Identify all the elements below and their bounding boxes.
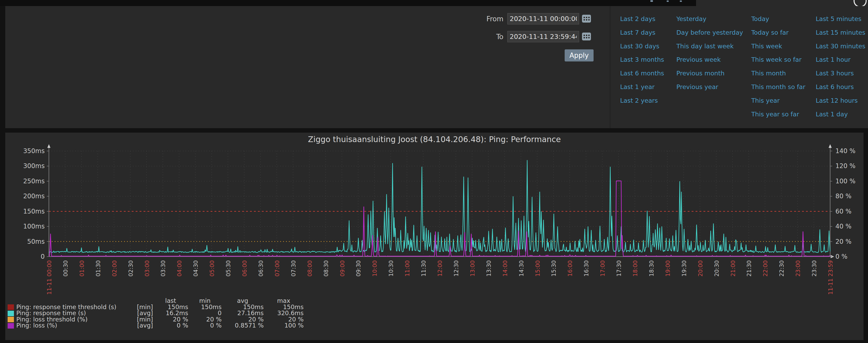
- series-max: 150ms: [264, 304, 304, 310]
- quicklink-this-year-so-far[interactable]: This year so far: [751, 110, 799, 118]
- x-axis-label: 22:00: [762, 260, 769, 277]
- x-axis-label: 19:00: [664, 260, 671, 277]
- series-function: [avg]: [133, 310, 153, 316]
- from-input[interactable]: [507, 13, 579, 25]
- quicklink-this-day-last-week[interactable]: This day last week: [676, 42, 734, 50]
- quicklink-last-6-months[interactable]: Last 6 months: [620, 70, 664, 77]
- legend-header-avg: avg: [222, 298, 264, 304]
- graph-legend: last min avg max Ping: response time thr…: [8, 298, 304, 329]
- y-axis-right-label: 120 %: [835, 162, 856, 170]
- quicklink-this-week[interactable]: This week: [751, 42, 782, 50]
- x-axis-label: 19:30: [681, 260, 687, 277]
- quicklink-last-7-days[interactable]: Last 7 days: [620, 29, 655, 36]
- x-axis-label: 06:30: [258, 260, 264, 277]
- series-avg: 0.8571 %: [222, 322, 264, 329]
- x-axis-label: 11:30: [420, 260, 427, 277]
- quicklink-last-2-years[interactable]: Last 2 years: [620, 97, 658, 104]
- quicklink-last-5-minutes[interactable]: Last 5 minutes: [816, 15, 861, 23]
- series-last: 0 %: [153, 322, 188, 329]
- quicklink-today[interactable]: Today: [751, 15, 769, 23]
- quicklink-day-before-yesterday[interactable]: Day before yesterday: [676, 29, 743, 36]
- x-axis-label: 13:30: [486, 260, 492, 277]
- quicklink-previous-year[interactable]: Previous year: [676, 83, 718, 91]
- series-max: 320.6ms: [264, 310, 304, 316]
- loss-line: [49, 181, 830, 256]
- quicklink-last-15-minutes[interactable]: Last 15 minutes: [816, 29, 865, 36]
- x-axis-label: 00:30: [62, 260, 69, 277]
- y-axis-right-label: 140 %: [835, 147, 856, 155]
- series-swatch-response-threshold: [8, 304, 14, 310]
- quicklink-this-month[interactable]: This month: [751, 70, 786, 77]
- x-axis-label: 16:00: [567, 260, 573, 277]
- x-axis-label: 22:30: [778, 260, 785, 277]
- quicklink-last-30-minutes[interactable]: Last 30 minutes: [816, 42, 865, 50]
- quicklink-last-30-days[interactable]: Last 30 days: [620, 42, 659, 50]
- quicklink-yesterday[interactable]: Yesterday: [676, 15, 706, 23]
- apply-button[interactable]: Apply: [565, 49, 594, 62]
- x-axis-label: 07:30: [290, 260, 297, 277]
- quicklink-last-1-hour[interactable]: Last 1 hour: [816, 56, 851, 63]
- x-axis-label: 20:00: [697, 260, 704, 277]
- series-function: [min]: [133, 304, 153, 310]
- to-input[interactable]: [507, 31, 579, 42]
- x-axis-label: 11-11 00:00: [46, 260, 53, 295]
- to-calendar-button[interactable]: [581, 31, 592, 42]
- series-last: 150ms: [153, 304, 188, 310]
- top-nav-strip-right: [696, 0, 868, 6]
- x-axis-label: 05:00: [209, 260, 215, 277]
- y-axis-left-label: 0: [41, 253, 45, 260]
- to-label: To: [472, 31, 503, 43]
- x-axis-label: 08:30: [323, 260, 330, 277]
- x-axis-label: 08:00: [307, 260, 313, 277]
- x-axis-label: 01:00: [79, 260, 85, 277]
- from-calendar-button[interactable]: [581, 13, 592, 24]
- y-axis-left-label: 300ms: [23, 162, 45, 170]
- x-axis-label: 11-11 23:59: [827, 260, 834, 295]
- nav-glyph-fragment: [680, 1, 682, 2]
- y-axis-left-label: 200ms: [23, 193, 45, 200]
- series-min: 0: [188, 310, 222, 316]
- quicklink-this-month-so-far[interactable]: This month so far: [751, 83, 805, 91]
- x-axis-label: 12:00: [437, 260, 443, 277]
- quicklink-last-6-hours[interactable]: Last 6 hours: [816, 83, 854, 91]
- legend-row: Ping: response time threshold (s) [min] …: [8, 304, 304, 310]
- x-axis-label: 23:00: [795, 260, 801, 277]
- quicklink-last-1-day[interactable]: Last 1 day: [816, 110, 848, 118]
- quicklink-last-1-year[interactable]: Last 1 year: [620, 83, 655, 91]
- series-avg: 150ms: [222, 304, 264, 310]
- nav-glyph-fragment: [650, 0, 653, 2]
- top-nav-strip: [0, 0, 696, 6]
- quicklink-last-12-hours[interactable]: Last 12 hours: [816, 97, 858, 104]
- quicklink-previous-month[interactable]: Previous month: [676, 70, 724, 77]
- x-axis-label: 12:30: [453, 260, 460, 277]
- x-axis-label: 04:00: [176, 260, 183, 277]
- legend-header-max: max: [264, 298, 304, 304]
- legend-row: Ping: loss threshold (%) [min] 20 % 20 %…: [8, 316, 304, 323]
- series-avg: 27.16ms: [222, 310, 264, 316]
- quicklink-today-so-far[interactable]: Today so far: [751, 29, 788, 36]
- series-label: Ping: response time (s): [16, 310, 133, 316]
- quicklink-this-year[interactable]: This year: [751, 97, 780, 104]
- x-axis-label: 17:30: [616, 260, 622, 277]
- x-axis-label: 14:00: [502, 260, 508, 277]
- x-axis-label: 01:30: [95, 260, 101, 277]
- y-axis-right-label: 0 %: [835, 253, 847, 260]
- filter-divider: [610, 6, 610, 128]
- legend-row: Ping: loss (%) [avg] 0 % 0 % 0.8571 % 10…: [8, 322, 304, 329]
- x-axis-label: 05:30: [225, 260, 231, 277]
- y-axis-right-label: 80 %: [835, 193, 851, 200]
- series-avg: 20 %: [222, 316, 264, 323]
- quicklink-previous-week[interactable]: Previous week: [676, 56, 721, 63]
- y-axis-left-label: 50ms: [27, 238, 45, 245]
- calendar-icon: [582, 33, 591, 40]
- series-label: Ping: loss threshold (%): [16, 316, 133, 323]
- quicklink-this-week-so-far[interactable]: This week so far: [751, 56, 802, 63]
- quicklink-last-2-days[interactable]: Last 2 days: [620, 15, 655, 23]
- y-axis-left-label: 100ms: [23, 223, 45, 230]
- quicklink-last-3-hours[interactable]: Last 3 hours: [816, 70, 854, 77]
- nav-glyph-fragment: [666, 1, 669, 2]
- x-axis-label: 16:30: [583, 260, 590, 277]
- legend-row: Ping: response time (s) [avg] 16.2ms 0 2…: [8, 310, 304, 316]
- y-axis-right-label: 60 %: [835, 208, 851, 215]
- quicklink-last-3-months[interactable]: Last 3 months: [620, 56, 664, 63]
